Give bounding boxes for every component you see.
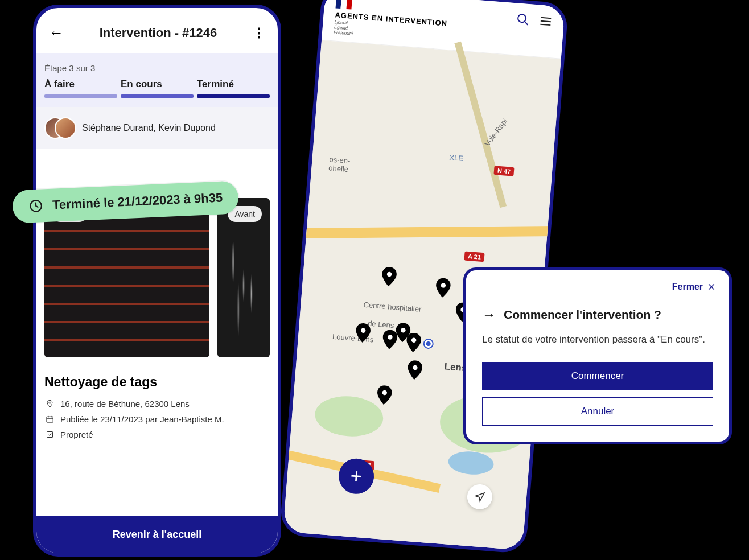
svg-line-19 bbox=[351, 476, 361, 477]
photo-after[interactable]: Après bbox=[44, 198, 209, 357]
french-flag-icon bbox=[336, 0, 352, 10]
calendar-icon bbox=[44, 415, 55, 423]
home-button[interactable]: Revenir à l'accueil bbox=[36, 516, 278, 553]
progress-bar-segment bbox=[44, 94, 117, 98]
step-label: En cours bbox=[121, 79, 194, 90]
svg-line-4 bbox=[540, 24, 550, 25]
completed-text: Terminé le 21/12/2023 à 9h35 bbox=[52, 191, 223, 213]
map-pin-icon[interactable] bbox=[382, 330, 398, 350]
assignee-names: Stéphane Durand, Kevin Dupond bbox=[82, 123, 216, 133]
search-icon[interactable] bbox=[516, 12, 530, 29]
published-text: Publiée le 23/11/2023 par Jean-Baptiste … bbox=[60, 414, 224, 424]
clock-icon bbox=[28, 198, 44, 213]
svg-rect-25 bbox=[47, 432, 52, 438]
map-pin-icon[interactable] bbox=[406, 332, 422, 353]
step-label: Terminé bbox=[197, 79, 270, 90]
close-button[interactable]: Fermer bbox=[672, 282, 715, 292]
step-label: À faire bbox=[44, 79, 117, 90]
detail-phone: ← Intervention - #1246 ⋮ Étape 3 sur 3 À… bbox=[33, 5, 281, 557]
svg-line-3 bbox=[541, 21, 551, 22]
page-title: Intervention - #1246 bbox=[100, 26, 217, 40]
recenter-button[interactable] bbox=[466, 484, 493, 510]
photo-row: Après Avant bbox=[44, 198, 270, 357]
photo-before[interactable]: Avant bbox=[217, 198, 270, 357]
arrow-right-icon: → bbox=[482, 307, 496, 323]
map-label: Centre hospitalier bbox=[363, 300, 422, 314]
more-icon[interactable]: ⋮ bbox=[253, 26, 265, 40]
progress-steps: Étape 3 sur 3 À faire En cours Terminé bbox=[36, 53, 278, 107]
svg-line-1 bbox=[524, 22, 528, 25]
svg-rect-21 bbox=[46, 417, 52, 422]
progress-bar-segment bbox=[197, 94, 270, 98]
category-text: Propreté bbox=[60, 430, 93, 439]
meta-address: 16, route de Béthune, 62300 Lens bbox=[44, 399, 270, 409]
map-label: XLE bbox=[449, 153, 464, 163]
close-icon bbox=[707, 283, 715, 291]
map-pin-icon[interactable] bbox=[381, 267, 397, 287]
map-pin-icon[interactable] bbox=[407, 360, 423, 381]
detail-header: ← Intervention - #1246 ⋮ bbox=[36, 8, 278, 53]
address-text: 16, route de Béthune, 62300 Lens bbox=[60, 399, 190, 409]
start-button[interactable]: Commencer bbox=[482, 362, 713, 390]
cancel-button[interactable]: Annuler bbox=[482, 397, 713, 426]
meta-category: Propreté bbox=[44, 430, 270, 439]
back-icon[interactable]: ← bbox=[49, 24, 64, 42]
map-label: de Lens bbox=[368, 319, 394, 330]
map-label: Voie-Rapi bbox=[483, 117, 509, 148]
location-icon bbox=[44, 400, 55, 408]
meta-published: Publiée le 23/11/2023 par Jean-Baptiste … bbox=[44, 414, 270, 424]
assignees-row: Stéphane Durand, Kevin Dupond bbox=[36, 107, 278, 149]
dialog-title: Commencer l'intervention ? bbox=[504, 308, 661, 322]
map-pin-icon[interactable] bbox=[435, 278, 451, 298]
avatar bbox=[55, 117, 76, 139]
intervention-subtitle: Nettoyage de tags bbox=[44, 374, 270, 390]
map-label: os-en- ohelle bbox=[328, 155, 351, 174]
category-icon bbox=[44, 430, 55, 439]
road-shield: A 21 bbox=[464, 252, 484, 262]
step-counter: Étape 3 sur 3 bbox=[44, 63, 270, 73]
map-pin-icon[interactable] bbox=[376, 385, 393, 406]
svg-point-20 bbox=[48, 402, 50, 403]
dialog-body: Le statut de votre intervention passera … bbox=[482, 333, 713, 347]
svg-line-2 bbox=[541, 18, 551, 18]
menu-icon[interactable] bbox=[538, 14, 553, 31]
current-location-icon bbox=[424, 340, 433, 348]
progress-bar-segment bbox=[121, 94, 194, 98]
road-shield: N 47 bbox=[493, 166, 514, 177]
avatar-stack bbox=[44, 117, 76, 139]
map-pin-icon[interactable] bbox=[355, 323, 372, 343]
confirm-dialog: Fermer → Commencer l'intervention ? Le s… bbox=[463, 267, 732, 444]
